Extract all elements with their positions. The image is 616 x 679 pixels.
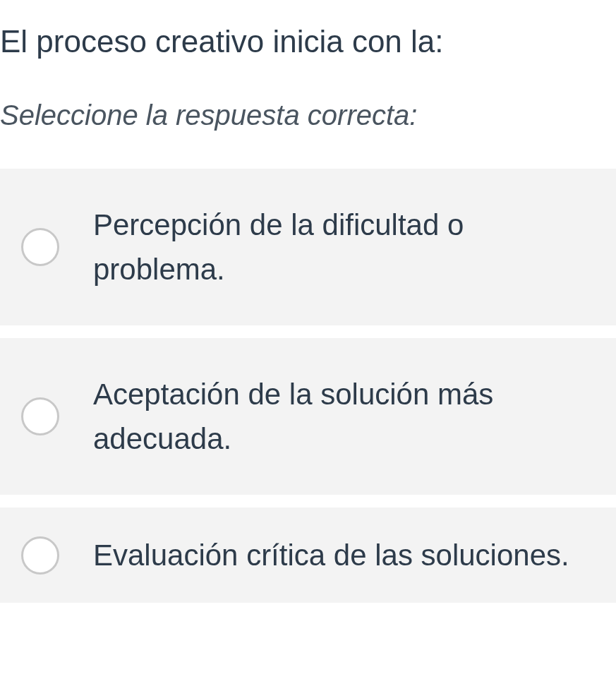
instruction-text: Seleccione la respuesta correcta:: [0, 61, 616, 169]
option-label-2: Aceptación de la solución más adecuada.: [93, 372, 595, 461]
question-text: El proceso creativo inicia con la:: [0, 0, 616, 61]
radio-button-1[interactable]: [21, 228, 59, 266]
option-item-1[interactable]: Percepción de la dificultad o problema.: [0, 169, 616, 325]
radio-button-2[interactable]: [21, 397, 59, 435]
option-item-2[interactable]: Aceptación de la solución más adecuada.: [0, 338, 616, 495]
option-label-3: Evaluación crítica de las soluciones.: [93, 533, 569, 577]
option-label-1: Percepción de la dificultad o problema.: [93, 203, 595, 292]
option-item-3[interactable]: Evaluación crítica de las soluciones.: [0, 507, 616, 603]
radio-button-3[interactable]: [21, 536, 59, 575]
options-container: Percepción de la dificultad o problema. …: [0, 169, 616, 603]
